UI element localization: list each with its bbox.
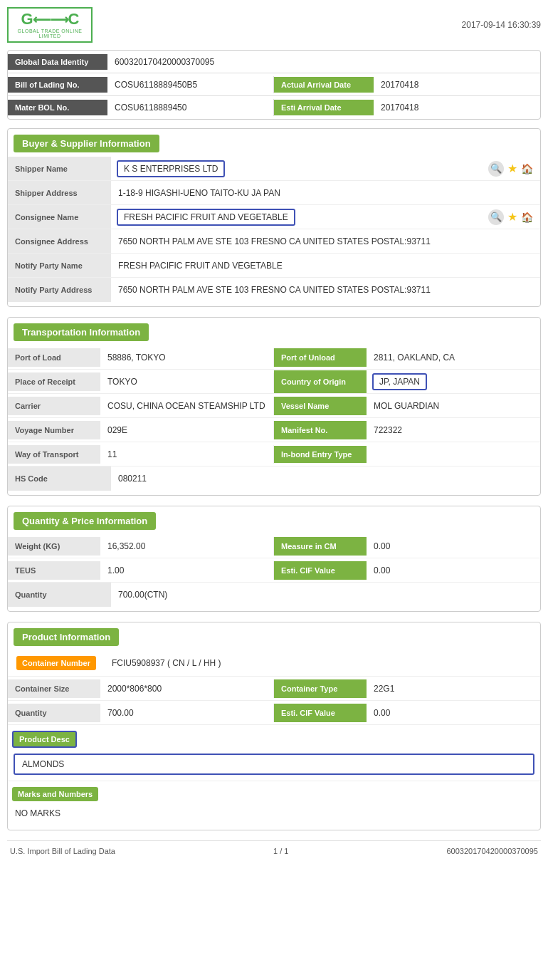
datetime: 2017-09-14 16:30:39 bbox=[462, 20, 541, 30]
consignee-icons: 🔍 ★ 🏠 bbox=[488, 209, 540, 225]
transportation-body: Port of Load 58886, TOKYO Port of Unload… bbox=[8, 341, 540, 495]
product-quantity-cif-row: Quantity 700.00 Esti. CIF Value 0.00 bbox=[8, 701, 540, 725]
teus-value: 1.00 bbox=[100, 561, 273, 580]
weight-label: Weight (KG) bbox=[8, 537, 100, 556]
container-number-row: Container Number FCIU5908937 ( CN / L / … bbox=[8, 650, 540, 677]
actual-arrival-value: 20170418 bbox=[374, 76, 540, 93]
quantity-price-body: Weight (KG) 16,352.00 Measure in CM 0.00… bbox=[8, 530, 540, 611]
global-data-row: Global Data Identity 6003201704200003700… bbox=[8, 51, 540, 73]
esti-arrival-value: 20170418 bbox=[374, 99, 540, 116]
consignee-name-value-wrapper: FRESH PACIFIC FRUIT AND VEGETABLE bbox=[111, 206, 488, 229]
container-type-label: Container Type bbox=[274, 679, 367, 698]
product-desc-label: Product Desc bbox=[12, 731, 77, 748]
weight-value: 16,352.00 bbox=[100, 537, 273, 556]
logo-sub: GLOBAL TRADE ONLINE LIMITED bbox=[11, 28, 88, 38]
bol-label: Bill of Lading No. bbox=[8, 77, 107, 93]
teus-cif-row: TEUS 1.00 Esti. CIF Value 0.00 bbox=[8, 558, 540, 583]
voyage-label: Voyage Number bbox=[8, 421, 100, 439]
inbond-cell: In-bond Entry Type bbox=[274, 446, 540, 463]
shipper-icons: 🔍 ★ 🏠 bbox=[488, 161, 540, 177]
teus-label: TEUS bbox=[8, 561, 100, 580]
container-type-value: 22G1 bbox=[367, 679, 540, 698]
teus-cell: TEUS 1.00 bbox=[8, 561, 274, 580]
esti-cif-value: 0.00 bbox=[367, 561, 540, 580]
product-quantity-label: Quantity bbox=[8, 704, 100, 722]
consignee-address-label: Consignee Address bbox=[8, 229, 111, 253]
transportation-title: Transportation Information bbox=[14, 323, 149, 341]
actual-arrival-cell: Actual Arrival Date 20170418 bbox=[274, 76, 540, 93]
consignee-star-icon[interactable]: ★ bbox=[507, 210, 517, 224]
logo-box: G⟵⟶C GLOBAL TRADE ONLINE LIMITED bbox=[7, 7, 93, 43]
country-of-origin-cell: Country of Origin JP, JAPAN bbox=[274, 370, 540, 393]
header: G⟵⟶C GLOBAL TRADE ONLINE LIMITED 2017-09… bbox=[7, 7, 541, 43]
product-info-section: Product Information Container Number FCI… bbox=[7, 622, 541, 830]
notify-party-address-row: Notify Party Address 7650 NORTH PALM AVE… bbox=[8, 278, 540, 302]
shipper-star-icon[interactable]: ★ bbox=[507, 162, 517, 175]
vessel-name-value: MOL GUARDIAN bbox=[367, 397, 540, 415]
manifest-cell: Manifest No. 722322 bbox=[274, 421, 540, 439]
bol-value: COSU6118889450B5 bbox=[107, 76, 273, 93]
way-of-transport-cell: Way of Transport 11 bbox=[8, 445, 274, 464]
quantity-value: 700.00(CTN) bbox=[111, 585, 540, 604]
consignee-name-value: FRESH PACIFIC FRUIT AND VEGETABLE bbox=[117, 209, 295, 226]
esti-arrival-label: Esti Arrival Date bbox=[274, 100, 374, 115]
shipper-search-icon[interactable]: 🔍 bbox=[488, 161, 504, 177]
port-of-load-cell: Port of Load 58886, TOKYO bbox=[8, 348, 274, 367]
measure-value: 0.00 bbox=[367, 537, 540, 556]
place-of-receipt-label: Place of Receipt bbox=[8, 372, 100, 391]
page: G⟵⟶C GLOBAL TRADE ONLINE LIMITED 2017-09… bbox=[0, 0, 548, 980]
product-desc-section: Product Desc ALMONDS bbox=[8, 725, 540, 781]
way-of-transport-label: Way of Transport bbox=[8, 445, 100, 464]
notify-party-address-value: 7650 NORTH PALM AVE STE 103 FRESNO CA UN… bbox=[111, 281, 540, 299]
quantity-price-title: Quantity & Price Information bbox=[14, 512, 156, 530]
inbond-value bbox=[367, 450, 540, 459]
voyage-cell: Voyage Number 029E bbox=[8, 421, 274, 439]
notify-party-address-label: Notify Party Address bbox=[8, 278, 111, 302]
quantity-price-section: Quantity & Price Information Weight (KG)… bbox=[7, 506, 541, 612]
transportation-section: Transportation Information Port of Load … bbox=[7, 317, 541, 496]
container-size-cell: Container Size 2000*806*800 bbox=[8, 679, 274, 698]
logo-text: G⟵⟶C bbox=[21, 11, 78, 27]
bol-row: Bill of Lading No. COSU6118889450B5 Actu… bbox=[8, 73, 540, 96]
shipper-name-value: K S ENTERPRISES LTD bbox=[117, 160, 225, 177]
top-info-section: Global Data Identity 6003201704200003700… bbox=[7, 50, 541, 120]
receipt-origin-row: Place of Receipt TOKYO Country of Origin… bbox=[8, 370, 540, 394]
product-quantity-cell: Quantity 700.00 bbox=[8, 704, 274, 722]
esti-cif-cell: Esti. CIF Value 0.00 bbox=[274, 561, 540, 580]
port-of-load-value: 58886, TOKYO bbox=[100, 348, 273, 367]
footer: U.S. Import Bill of Lading Data 1 / 1 60… bbox=[7, 840, 541, 861]
hs-code-row: HS Code 080211 bbox=[8, 466, 540, 491]
voyage-manifest-row: Voyage Number 029E Manifest No. 722322 bbox=[8, 418, 540, 442]
product-info-body: Container Number FCIU5908937 ( CN / L / … bbox=[8, 646, 540, 830]
consignee-home-icon[interactable]: 🏠 bbox=[521, 212, 533, 223]
footer-center: 1 / 1 bbox=[273, 847, 288, 855]
esti-cif-label: Esti. CIF Value bbox=[274, 561, 367, 580]
product-esti-cif-label: Esti. CIF Value bbox=[274, 704, 367, 722]
carrier-value: COSU, CHINA OCEAN STEAMSHIP LTD bbox=[100, 397, 273, 415]
buyer-supplier-title: Buyer & Supplier Information bbox=[14, 135, 159, 152]
product-quantity-value: 700.00 bbox=[100, 704, 273, 722]
measure-cell: Measure in CM 0.00 bbox=[274, 537, 540, 556]
hs-code-label: HS Code bbox=[8, 466, 111, 491]
shipper-home-icon[interactable]: 🏠 bbox=[521, 163, 533, 174]
bol-cell: Bill of Lading No. COSU6118889450B5 bbox=[8, 76, 274, 93]
actual-arrival-label: Actual Arrival Date bbox=[274, 77, 374, 93]
product-esti-cif-value: 0.00 bbox=[367, 704, 540, 722]
container-number-label: Container Number bbox=[16, 656, 96, 670]
consignee-name-row: Consignee Name FRESH PACIFIC FRUIT AND V… bbox=[8, 205, 540, 229]
transport-inbond-row: Way of Transport 11 In-bond Entry Type bbox=[8, 442, 540, 466]
mater-bol-row: Mater BOL No. COSU6118889450 Esti Arriva… bbox=[8, 96, 540, 119]
port-of-unload-cell: Port of Unload 2811, OAKLAND, CA bbox=[274, 348, 540, 367]
buyer-supplier-section: Buyer & Supplier Information Shipper Nam… bbox=[7, 128, 541, 307]
footer-left: U.S. Import Bill of Lading Data bbox=[10, 847, 115, 855]
vessel-name-label: Vessel Name bbox=[274, 397, 367, 415]
mater-bol-label: Mater BOL No. bbox=[8, 100, 107, 115]
port-row: Port of Load 58886, TOKYO Port of Unload… bbox=[8, 345, 540, 370]
global-data-value: 600320170420000370095 bbox=[107, 53, 540, 71]
place-of-receipt-value: TOKYO bbox=[100, 372, 273, 391]
consignee-search-icon[interactable]: 🔍 bbox=[488, 209, 504, 225]
shipper-name-label: Shipper Name bbox=[8, 157, 111, 180]
logo-area: G⟵⟶C GLOBAL TRADE ONLINE LIMITED bbox=[7, 7, 93, 43]
container-size-label: Container Size bbox=[8, 679, 100, 698]
quantity-label: Quantity bbox=[8, 583, 111, 607]
